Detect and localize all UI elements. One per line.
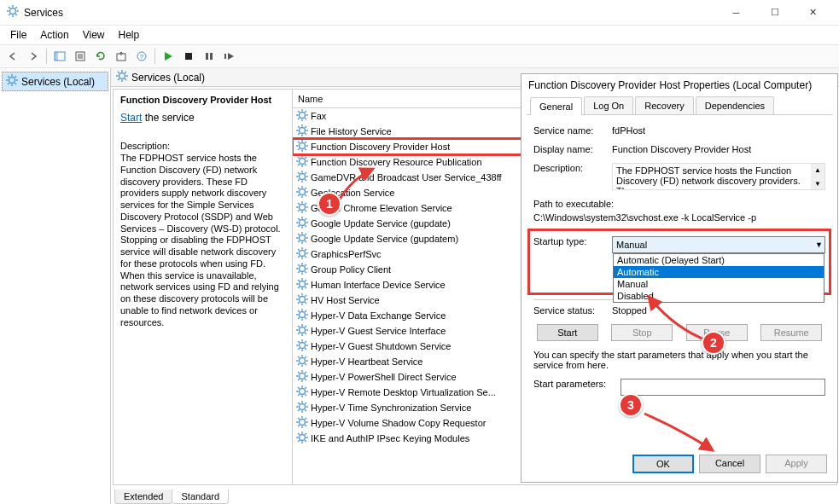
close-button[interactable]: ✕ (794, 0, 832, 26)
service-name: GraphicsPerfSvc (311, 249, 382, 259)
list-header-title: Services (Local) (131, 72, 205, 84)
export-button[interactable] (112, 47, 131, 66)
gear-icon (296, 247, 308, 261)
service-name: Human Interface Device Service (311, 280, 446, 290)
service-name: Function Discovery Provider Host (311, 142, 450, 152)
service-name: Hyper-V Remote Desktop Virtualization Se… (311, 387, 496, 397)
gear-icon (116, 70, 128, 84)
gear-icon (296, 432, 308, 445)
view-tabs: Extended Standard (111, 487, 839, 504)
gear-icon (6, 74, 18, 89)
service-name: HV Host Service (311, 295, 380, 305)
startup-dropdown[interactable]: Automatic (Delayed Start)AutomaticManual… (613, 253, 824, 303)
service-name: Hyper-V Guest Service Interface (311, 326, 446, 336)
gear-icon (296, 370, 308, 384)
gear-icon (296, 171, 308, 184)
gear-icon (296, 232, 308, 246)
start-suffix: the service (142, 112, 194, 124)
scroll-up-icon[interactable]: ▲ (811, 164, 824, 176)
svg-rect-18 (185, 53, 192, 60)
gear-icon (296, 278, 308, 292)
startup-type-select[interactable]: Manual ▼ Automatic (Delayed Start)Automa… (612, 236, 825, 253)
maximize-button[interactable]: ☐ (755, 0, 794, 26)
tree-root-services[interactable]: Services (Local) (2, 72, 108, 91)
service-name: Hyper-V Time Synchronization Service (311, 403, 471, 413)
label-display-name: Display name: (533, 144, 612, 154)
stop-service-button[interactable] (179, 47, 198, 66)
gear-icon (296, 416, 308, 430)
gear-icon (296, 339, 308, 353)
start-parameters-input[interactable] (621, 379, 825, 396)
menubar: File Action View Help (0, 26, 839, 44)
annotation-1: 1 (318, 192, 341, 216)
label-path: Path to executable: (533, 199, 825, 209)
description-label: Description: (120, 141, 285, 151)
startup-selected-value: Manual (616, 240, 647, 250)
gear-icon (296, 385, 308, 399)
window-title: Services (24, 7, 717, 19)
annotation-3: 3 (619, 393, 643, 417)
properties-icon[interactable] (71, 47, 90, 66)
menu-action[interactable]: Action (33, 27, 75, 43)
gear-icon (296, 293, 308, 307)
tab-logon[interactable]: Log On (584, 96, 633, 114)
gear-icon (296, 309, 308, 322)
scroll-down-icon[interactable]: ▼ (811, 177, 824, 189)
value-display-name: Function Discovery Provider Host (612, 144, 825, 154)
back-button[interactable] (3, 47, 22, 66)
service-name: Hyper-V Data Exchange Service (311, 310, 446, 321)
description-readonly: The FDPHOST service hosts the Function D… (612, 163, 825, 190)
service-name: Function Discovery Resource Publication (311, 157, 482, 167)
tab-standard[interactable]: Standard (172, 490, 229, 504)
refresh-button[interactable] (91, 47, 110, 66)
restart-service-button[interactable] (220, 47, 239, 66)
dropdown-option[interactable]: Automatic (Delayed Start) (614, 254, 824, 266)
gear-icon (296, 186, 308, 200)
service-name: Hyper-V Volume Shadow Copy Requestor (311, 418, 486, 428)
service-name: IKE and AuthIP IPsec Keying Modules (311, 433, 469, 443)
tree-root-label: Services (Local) (21, 76, 95, 88)
description-panel: Function Discovery Provider Host Start t… (114, 90, 293, 484)
gear-icon (296, 263, 308, 276)
cancel-button[interactable]: Cancel (699, 455, 760, 473)
gear-icon (296, 140, 308, 154)
dropdown-option[interactable]: Disabled (614, 290, 824, 302)
stop-button[interactable]: Stop (611, 324, 673, 341)
start-button[interactable]: Start (537, 324, 598, 341)
tab-extended[interactable]: Extended (114, 490, 172, 504)
resume-button[interactable]: Resume (760, 324, 822, 341)
start-service-button[interactable] (159, 47, 178, 66)
service-name: Hyper-V PowerShell Direct Service (311, 372, 457, 382)
svg-rect-20 (210, 53, 213, 60)
menu-view[interactable]: View (76, 27, 112, 43)
value-service-name: fdPHost (612, 125, 825, 136)
params-hint: You can specify the start parameters tha… (533, 350, 825, 370)
apply-button[interactable]: Apply (766, 455, 827, 473)
dropdown-option[interactable]: Manual (614, 278, 824, 290)
properties-tabs: General Log On Recovery Dependencies (527, 96, 832, 115)
value-service-status: Stopped (612, 305, 825, 316)
minimize-button[interactable]: ─ (717, 0, 755, 26)
label-description: Description: (533, 163, 612, 173)
properties-dialog: Function Discovery Provider Host Propert… (521, 73, 838, 483)
start-service-link[interactable]: Start (120, 112, 142, 124)
tree-pane: Services (Local) (0, 68, 111, 504)
dropdown-option[interactable]: Automatic (614, 266, 824, 278)
menu-file[interactable]: File (3, 27, 33, 43)
service-name: Group Policy Client (311, 264, 391, 275)
tab-recovery[interactable]: Recovery (635, 96, 693, 114)
service-name: Hyper-V Guest Shutdown Service (311, 341, 451, 351)
ok-button[interactable]: OK (632, 455, 694, 473)
gear-icon (296, 324, 308, 338)
show-hide-tree-button[interactable] (50, 47, 69, 66)
menu-help[interactable]: Help (112, 27, 147, 43)
tab-dependencies[interactable]: Dependencies (696, 96, 774, 114)
value-path: C:\Windows\system32\svchost.exe -k Local… (533, 212, 825, 223)
chevron-down-icon: ▼ (815, 240, 823, 249)
help-button[interactable]: ? (132, 47, 151, 66)
forward-button[interactable] (24, 47, 43, 66)
toolbar: ? (0, 44, 839, 68)
pause-service-button[interactable] (200, 47, 218, 66)
tab-general[interactable]: General (530, 97, 582, 115)
gear-icon (296, 125, 308, 138)
